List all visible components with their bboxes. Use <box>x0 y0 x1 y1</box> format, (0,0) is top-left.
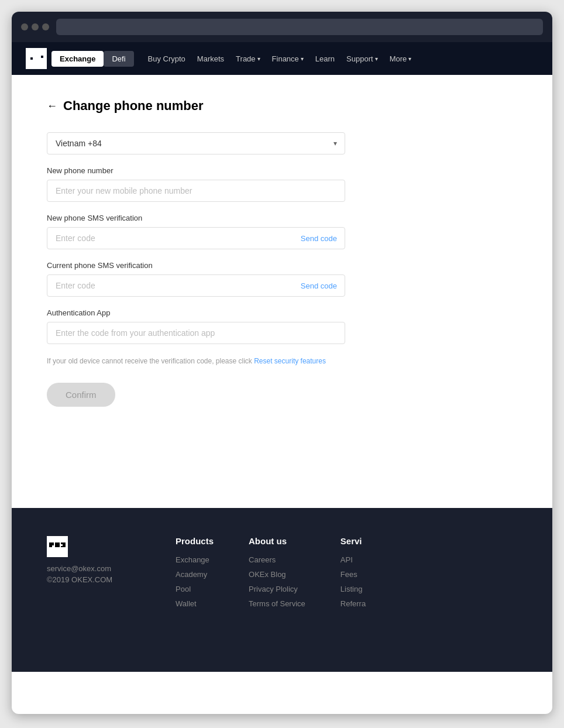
reset-security-link[interactable]: Reset security features <box>254 357 326 365</box>
svg-rect-9 <box>61 544 63 546</box>
tab-exchange[interactable]: Exchange <box>51 51 104 67</box>
browser-dot-yellow <box>32 23 39 30</box>
more-chevron-icon: ▾ <box>408 56 411 62</box>
current-sms-input-wrapper: Send code <box>47 274 345 297</box>
footer-link-fees[interactable]: Fees <box>341 570 366 579</box>
footer-col-about: About us Careers OKEx Blog Privacy Ploli… <box>249 536 305 614</box>
browser-window: Exchange Defi Buy Crypto Markets Trade ▾… <box>12 12 552 714</box>
nav-links: Buy Crypto Markets Trade ▾ Finance ▾ Lea… <box>148 54 538 63</box>
current-sms-field-group: Current phone SMS verification Send code <box>47 261 345 297</box>
browser-chrome <box>12 12 552 42</box>
page-header: ← Change phone number <box>47 98 517 114</box>
browser-dot-green <box>42 23 49 30</box>
footer-link-academy[interactable]: Academy <box>176 570 214 579</box>
footer-col-products: Products Exchange Academy Pool Wallet <box>176 536 214 614</box>
footer-link-referral[interactable]: Referra <box>341 599 366 608</box>
footer-link-wallet[interactable]: Wallet <box>176 599 214 608</box>
svg-rect-7 <box>52 545 54 548</box>
nav-finance[interactable]: Finance ▾ <box>272 54 304 63</box>
nav-learn[interactable]: Learn <box>315 54 335 63</box>
svg-rect-6 <box>55 542 60 547</box>
footer-columns: Products Exchange Academy Pool Wallet Ab… <box>176 536 517 614</box>
footer: service@okex.com ©2019 OKEX.COM Products… <box>12 508 552 672</box>
nav-tabs: Exchange Defi <box>51 51 134 67</box>
main-nav: Exchange Defi Buy Crypto Markets Trade ▾… <box>12 42 552 75</box>
confirm-button[interactable]: Confirm <box>47 383 115 407</box>
footer-services-title: Servi <box>341 536 366 546</box>
nav-buy-crypto[interactable]: Buy Crypto <box>148 54 185 63</box>
footer-about-title: About us <box>249 536 305 546</box>
svg-rect-1 <box>34 54 40 60</box>
tab-defi[interactable]: Defi <box>104 51 133 67</box>
nav-logo <box>26 48 47 69</box>
nav-markets[interactable]: Markets <box>197 54 224 63</box>
main-content: ← Change phone number Vietnam +84 United… <box>12 75 552 508</box>
country-select-wrapper: Vietnam +84 United States +1 United King… <box>47 132 345 154</box>
footer-products-title: Products <box>176 536 214 546</box>
nav-more[interactable]: More ▾ <box>390 54 412 63</box>
current-sms-label: Current phone SMS verification <box>47 261 345 270</box>
footer-col-services: Servi API Fees Listing Referra <box>341 536 366 614</box>
footer-link-pool[interactable]: Pool <box>176 585 214 593</box>
footer-link-privacy[interactable]: Privacy Plolicy <box>249 585 305 593</box>
new-sms-input-wrapper: Send code <box>47 227 345 249</box>
new-sms-send-button[interactable]: Send code <box>301 234 337 243</box>
svg-rect-4 <box>41 56 43 58</box>
auth-app-label: Authentication App <box>47 308 345 317</box>
change-phone-form: Vietnam +84 United States +1 United King… <box>47 132 345 407</box>
auth-app-field-group: Authentication App <box>47 308 345 344</box>
footer-logo-icon <box>47 536 68 557</box>
footer-email: service@okex.com <box>47 564 140 573</box>
browser-dot-red <box>21 23 28 30</box>
address-bar[interactable] <box>56 19 543 35</box>
new-phone-input[interactable] <box>47 180 345 202</box>
new-phone-label: New phone number <box>47 166 345 175</box>
security-note: If your old device cannot receive the ve… <box>47 356 345 366</box>
footer-copyright: ©2019 OKEX.COM <box>47 575 140 584</box>
support-chevron-icon: ▾ <box>375 56 378 62</box>
nav-trade[interactable]: Trade ▾ <box>236 54 260 63</box>
footer-link-terms[interactable]: Terms of Service <box>249 599 305 608</box>
new-sms-field-group: New phone SMS verification Send code <box>47 214 345 249</box>
nav-support[interactable]: Support ▾ <box>346 54 378 63</box>
footer-link-exchange[interactable]: Exchange <box>176 555 214 564</box>
country-select[interactable]: Vietnam +84 United States +1 United King… <box>47 132 345 154</box>
footer-top: service@okex.com ©2019 OKEX.COM Products… <box>47 536 517 614</box>
footer-link-careers[interactable]: Careers <box>249 555 305 564</box>
current-sms-send-button[interactable]: Send code <box>301 281 337 290</box>
footer-brand: service@okex.com ©2019 OKEX.COM <box>47 536 140 584</box>
back-arrow-icon[interactable]: ← <box>47 100 57 112</box>
logo-icon <box>26 48 47 69</box>
auth-app-input[interactable] <box>47 322 345 344</box>
browser-dots <box>21 23 49 30</box>
footer-link-listing[interactable]: Listing <box>341 585 366 593</box>
trade-chevron-icon: ▾ <box>257 56 260 62</box>
new-sms-label: New phone SMS verification <box>47 214 345 222</box>
footer-link-api[interactable]: API <box>341 555 366 564</box>
svg-rect-2 <box>30 57 33 60</box>
new-phone-field-group: New phone number <box>47 166 345 202</box>
footer-link-blog[interactable]: OKEx Blog <box>249 570 305 579</box>
finance-chevron-icon: ▾ <box>301 56 304 62</box>
page-title: Change phone number <box>63 98 204 114</box>
